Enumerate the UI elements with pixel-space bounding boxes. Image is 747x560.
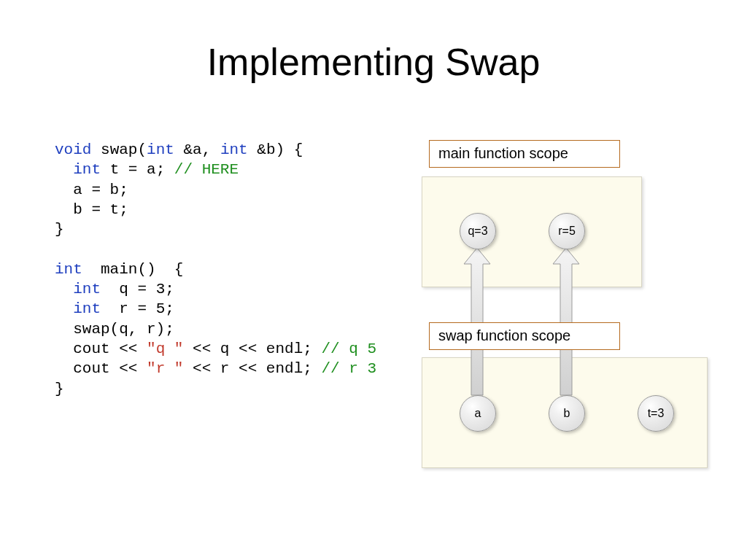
code-text: t = a; <box>101 161 174 178</box>
code-text: cout << <box>55 341 147 357</box>
variable-a: a <box>460 395 496 432</box>
keyword-int: int <box>73 281 101 298</box>
variable-t: t=3 <box>638 395 674 432</box>
code-text: << r << endl; <box>183 360 321 377</box>
code-text: << q << endl; <box>183 341 321 357</box>
code-text: main() { <box>82 261 184 278</box>
variable-a-text: a <box>460 407 495 420</box>
comment: // HERE <box>174 161 239 178</box>
comment: // r 3 <box>321 360 376 377</box>
code-text: q = 3; <box>101 281 174 298</box>
keyword-void: void <box>55 141 91 158</box>
slide-title: Implementing Swap <box>0 40 747 84</box>
variable-b: b <box>549 395 585 432</box>
variable-q-text: q=3 <box>460 225 495 238</box>
code-text: swap( <box>91 141 147 158</box>
main-scope-label: main function scope <box>429 140 620 168</box>
slide: Implementing Swap void swap(int &a, int … <box>0 0 747 560</box>
swap-scope-label: swap function scope <box>429 322 620 350</box>
variable-q: q=3 <box>460 213 496 249</box>
variable-b-text: b <box>549 407 584 420</box>
code-text: b = t; <box>55 201 128 218</box>
code-block: void swap(int &a, int &b) { int t = a; /… <box>55 140 376 399</box>
string-literal: "r " <box>147 360 183 377</box>
code-text: swap(q, r); <box>55 321 174 338</box>
scope-diagram: main function scope swap function scope … <box>410 140 709 483</box>
keyword-int: int <box>220 141 248 158</box>
code-text: } <box>55 221 64 238</box>
code-text: &b) { <box>248 141 303 158</box>
code-text: cout << <box>55 360 147 377</box>
keyword-int: int <box>55 261 82 278</box>
variable-t-text: t=3 <box>638 407 673 420</box>
keyword-int: int <box>73 161 101 178</box>
main-scope-panel <box>422 176 642 287</box>
code-text: r = 5; <box>101 300 174 317</box>
code-text: &a, <box>174 141 220 158</box>
keyword-int: int <box>147 141 174 158</box>
code-text: a = b; <box>55 182 128 198</box>
keyword-int: int <box>73 300 101 317</box>
variable-r: r=5 <box>549 213 585 249</box>
string-literal: "q " <box>147 341 183 357</box>
comment: // q 5 <box>321 341 376 357</box>
code-text: } <box>55 381 64 397</box>
variable-r-text: r=5 <box>549 225 584 238</box>
